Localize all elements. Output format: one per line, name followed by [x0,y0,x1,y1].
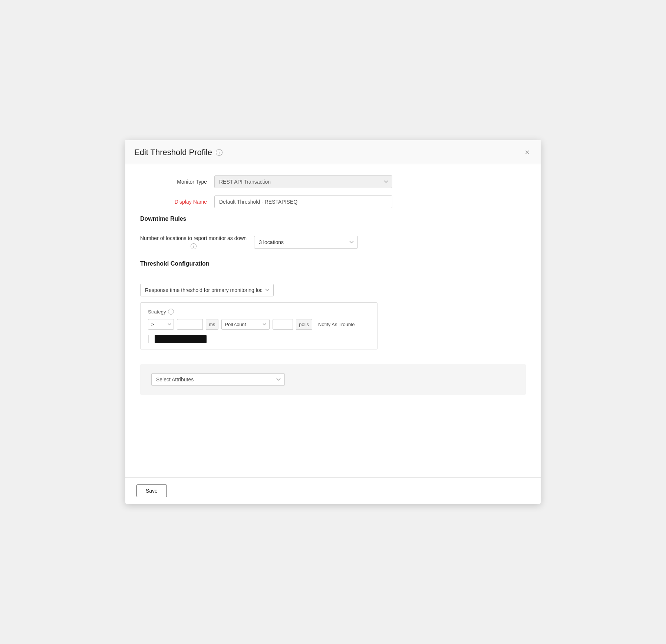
edit-threshold-modal: Edit Threshold Profile i × Monitor Type … [125,140,541,504]
monitor-type-control: REST API Transaction [214,175,392,188]
modal-info-icon[interactable]: i [216,149,222,156]
notify-label: Notify As Trouble [318,322,355,327]
display-name-control [214,196,392,208]
strategy-info-icon[interactable]: i [168,309,174,315]
downtime-rules-section: Downtime Rules Number of locations to re… [140,216,526,249]
downtime-row: Number of locations to report monitor as… [140,235,526,249]
threshold-config-section: Threshold Configuration Response time th… [140,260,526,353]
polls-suffix: polls [296,319,312,330]
downtime-rules-title: Downtime Rules [140,216,526,222]
monitor-type-label: Monitor Type [140,179,214,185]
display-name-label: Display Name [140,199,214,205]
ms-input[interactable] [177,319,203,330]
threshold-main-select[interactable]: Response time threshold for primary moni… [140,284,274,296]
display-name-input[interactable] [214,196,392,208]
locations-select[interactable]: 3 locations [254,236,358,249]
downtime-info-icon[interactable]: i [191,243,197,249]
monitor-type-select[interactable]: REST API Transaction [214,175,392,188]
attributes-section: Select Attributes [140,364,526,395]
save-button[interactable]: Save [136,484,167,497]
modal-body: Monitor Type REST API Transaction Displa… [125,164,541,477]
monitor-type-row: Monitor Type REST API Transaction [140,175,526,188]
downtime-rules-divider [140,226,526,226]
comparator-select[interactable]: > [148,319,174,330]
attributes-select[interactable]: Select Attributes [151,373,285,386]
threshold-config-title: Threshold Configuration [140,260,526,267]
downtime-label: Number of locations to report monitor as… [140,235,247,249]
strategy-inputs-row: > ms Poll count polls Notify As T [148,319,370,330]
downtime-label-text: Number of locations to report monitor as… [140,235,247,241]
modal-header-left: Edit Threshold Profile i [134,148,222,157]
threshold-config-divider [140,271,526,271]
redacted-bar [155,335,207,343]
polls-input[interactable] [273,319,293,330]
tooltip-row [148,335,370,343]
strategy-label: Strategy [148,309,166,315]
close-button[interactable]: × [522,148,532,157]
threshold-config-inner: Response time threshold for primary moni… [140,280,526,353]
strategy-container: Strategy i > ms Poll count [140,302,377,349]
modal-footer: Save [125,477,541,504]
modal-header: Edit Threshold Profile i × [125,140,541,164]
strategy-label-row: Strategy i [148,309,370,315]
ms-suffix: ms [206,319,218,330]
poll-count-select[interactable]: Poll count [221,319,270,330]
modal-title: Edit Threshold Profile [134,148,212,157]
display-name-row: Display Name [140,196,526,208]
